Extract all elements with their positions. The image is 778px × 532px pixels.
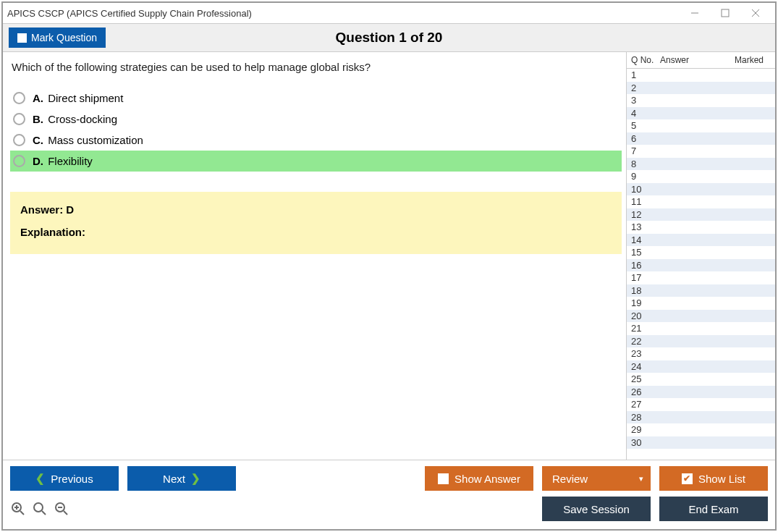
show-list-label: Show List [698,473,745,485]
footer-row-1: ❮ Previous Next ❯ Show Answer Review ▾ ✔… [10,466,768,491]
list-header: Q No. Answer Marked [627,52,775,69]
list-row[interactable]: 26 [627,386,775,399]
list-row[interactable]: 16 [627,259,775,272]
row-number: 25 [631,373,660,384]
radio-icon [13,134,25,146]
radio-icon [13,155,25,167]
save-session-label: Save Session [563,503,630,515]
row-number: 4 [631,108,660,119]
list-row[interactable]: 1 [627,69,775,82]
list-row[interactable]: 11 [627,195,775,208]
choice-option[interactable]: A. Direct shipment [10,88,622,109]
list-row[interactable]: 21 [627,322,775,335]
list-row[interactable]: 12 [627,208,775,221]
radio-icon [13,113,25,125]
svg-line-11 [64,511,67,515]
mark-question-label: Mark Question [31,32,97,43]
answer-line: Answer: D [20,203,612,216]
zoom-in-icon[interactable] [10,501,26,517]
choice-text: D. Flexibility [33,155,93,167]
choice-option[interactable]: B. Cross-docking [10,109,622,130]
mark-question-button[interactable]: Mark Question [9,28,106,48]
list-row[interactable]: 25 [627,373,775,386]
header-bar: Mark Question Question 1 of 20 [3,23,775,52]
choice-option[interactable]: C. Mass customization [10,130,622,151]
list-row[interactable]: 7 [627,145,775,158]
list-row[interactable]: 6 [627,132,775,145]
choice-text: B. Cross-docking [33,113,117,125]
row-number: 3 [631,95,660,106]
close-button[interactable] [740,5,771,21]
row-number: 11 [631,196,660,207]
row-number: 13 [631,221,660,232]
list-row[interactable]: 22 [627,335,775,348]
question-text: Which of the following strategies can be… [10,61,622,73]
review-label: Review [552,473,588,485]
show-answer-label: Show Answer [454,473,520,485]
row-number: 16 [631,260,660,271]
list-row[interactable]: 9 [627,170,775,183]
row-number: 22 [631,336,660,347]
list-row[interactable]: 19 [627,297,775,310]
next-button[interactable]: Next ❯ [127,466,236,491]
list-row[interactable]: 24 [627,360,775,373]
zoom-reset-icon[interactable] [32,501,48,517]
list-row[interactable]: 29 [627,423,775,436]
list-row[interactable]: 30 [627,436,775,449]
caret-down-icon: ▾ [639,474,643,484]
question-list-panel: Q No. Answer Marked 12345678910111213141… [626,52,775,460]
list-row[interactable]: 23 [627,347,775,360]
choice-text: A. Direct shipment [33,92,123,104]
list-row[interactable]: 28 [627,411,775,424]
row-number: 5 [631,120,660,131]
end-exam-button[interactable]: End Exam [659,497,768,521]
list-row[interactable]: 4 [627,107,775,120]
save-session-button[interactable]: Save Session [542,497,651,521]
list-row[interactable]: 15 [627,246,775,259]
list-row[interactable]: 2 [627,82,775,95]
row-number: 1 [631,69,660,80]
choice-option[interactable]: D. Flexibility [10,151,622,172]
footer: ❮ Previous Next ❯ Show Answer Review ▾ ✔… [3,460,775,529]
show-answer-button[interactable]: Show Answer [425,466,533,491]
list-row[interactable]: 17 [627,271,775,284]
answer-explanation-box: Answer: D Explanation: [10,192,622,254]
row-number: 2 [631,83,660,93]
list-row[interactable]: 5 [627,119,775,132]
choice-list: A. Direct shipmentB. Cross-dockingC. Mas… [10,88,622,172]
previous-button[interactable]: ❮ Previous [10,466,119,491]
list-row[interactable]: 3 [627,94,775,107]
previous-label: Previous [51,473,93,485]
list-row[interactable]: 27 [627,398,775,411]
end-exam-label: End Exam [688,503,738,515]
row-number: 19 [631,297,660,308]
list-row[interactable]: 20 [627,310,775,323]
row-number: 20 [631,311,660,321]
col-marked: Marked [735,55,771,65]
col-qno: Q No. [631,55,660,65]
list-row[interactable]: 18 [627,284,775,297]
list-row[interactable]: 13 [627,221,775,234]
list-row[interactable]: 14 [627,234,775,247]
list-row[interactable]: 8 [627,158,775,171]
app-window: APICS CSCP (APICS Certified Supply Chain… [1,1,777,531]
list-body[interactable]: 1234567891011121314151617181920212223242… [627,69,775,460]
zoom-controls [10,501,69,517]
checkbox-checked-icon: ✔ [682,473,693,484]
col-answer: Answer [660,55,735,65]
row-number: 21 [631,323,660,334]
review-dropdown[interactable]: Review ▾ [542,466,651,491]
svg-line-9 [42,511,46,515]
show-list-button[interactable]: ✔ Show List [659,466,768,491]
row-number: 12 [631,209,660,220]
next-label: Next [163,473,185,485]
maximize-button[interactable] [710,5,740,21]
question-panel: Which of the following strategies can be… [3,52,626,460]
minimize-button[interactable] [680,5,710,21]
svg-rect-1 [722,9,729,17]
list-row[interactable]: 10 [627,183,775,196]
choice-text: C. Mass customization [33,134,143,146]
question-counter: Question 1 of 20 [3,30,775,46]
zoom-out-icon[interactable] [54,501,69,517]
row-number: 24 [631,361,660,372]
